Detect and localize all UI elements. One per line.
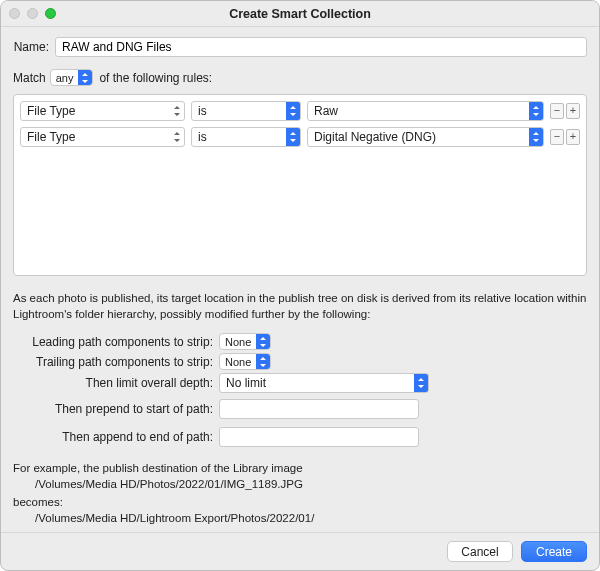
example-dest-path: /Volumes/Media HD/Lightroom Export/Photo… <box>35 512 587 524</box>
depth-limit-label: Then limit overall depth: <box>27 376 213 390</box>
rule-stepper-0: − + <box>550 103 580 119</box>
leading-strip-label: Leading path components to strip: <box>27 335 213 349</box>
prepend-input[interactable] <box>219 399 419 419</box>
dialog-content: Name: Match any of the following rules: … <box>1 27 599 532</box>
match-mode-select[interactable]: any <box>50 69 94 86</box>
add-rule-button[interactable]: + <box>566 103 580 119</box>
append-input[interactable] <box>219 427 419 447</box>
rule-attribute-value: File Type <box>21 104 170 118</box>
rule-attribute-select-1[interactable]: File Type <box>20 127 185 147</box>
rule-row: File Type is Raw <box>20 101 580 121</box>
dialog-window: Create Smart Collection Name: Match any … <box>0 0 600 571</box>
match-mode-value: any <box>51 72 79 84</box>
depth-limit-value: No limit <box>220 376 414 390</box>
updown-icon <box>286 102 300 120</box>
match-prefix: Match <box>13 71 46 85</box>
rule-value-select-0[interactable]: Raw <box>307 101 544 121</box>
remove-rule-button[interactable]: − <box>550 103 564 119</box>
add-rule-button[interactable]: + <box>566 129 580 145</box>
trailing-strip-value: None <box>220 356 256 368</box>
example-intro: For example, the publish destination of … <box>13 462 587 474</box>
leading-strip-value: None <box>220 336 256 348</box>
traffic-lights <box>9 8 56 19</box>
rule-operator-select-0[interactable]: is <box>191 101 301 121</box>
updown-icon <box>414 374 428 392</box>
trailing-strip-select[interactable]: None <box>219 353 271 370</box>
rule-attribute-select-0[interactable]: File Type <box>20 101 185 121</box>
prepend-label: Then prepend to start of path: <box>27 402 213 416</box>
window-title: Create Smart Collection <box>229 7 371 21</box>
path-options: Leading path components to strip: None T… <box>13 330 587 450</box>
titlebar: Create Smart Collection <box>1 1 599 27</box>
rule-operator-value: is <box>192 104 286 118</box>
updown-icon <box>286 128 300 146</box>
trailing-strip-label: Trailing path components to strip: <box>27 355 213 369</box>
zoom-window-icon[interactable] <box>45 8 56 19</box>
name-row: Name: <box>13 37 587 57</box>
rule-attribute-value: File Type <box>21 130 170 144</box>
create-button[interactable]: Create <box>521 541 587 562</box>
match-row: Match any of the following rules: <box>13 69 587 86</box>
remove-rule-button[interactable]: − <box>550 129 564 145</box>
updown-icon <box>170 106 184 116</box>
example-becomes: becomes: <box>13 496 587 508</box>
dialog-footer: Cancel Create <box>1 532 599 570</box>
rule-stepper-1: − + <box>550 129 580 145</box>
leading-strip-select[interactable]: None <box>219 333 271 350</box>
close-window-icon[interactable] <box>9 8 20 19</box>
rules-container: File Type is Raw <box>13 94 587 276</box>
publish-description: As each photo is published, its target l… <box>13 290 587 322</box>
updown-icon <box>256 334 270 349</box>
name-label: Name: <box>13 40 49 54</box>
updown-icon <box>170 132 184 142</box>
match-suffix: of the following rules: <box>99 71 212 85</box>
example-block: For example, the publish destination of … <box>13 462 587 524</box>
updown-icon <box>256 354 270 369</box>
updown-icon <box>529 102 543 120</box>
name-input[interactable] <box>55 37 587 57</box>
updown-icon <box>529 128 543 146</box>
rule-value-select-1[interactable]: Digital Negative (DNG) <box>307 127 544 147</box>
append-label: Then append to end of path: <box>27 430 213 444</box>
rule-row: File Type is Digital Negative (DNG) <box>20 127 580 147</box>
rule-value-value: Digital Negative (DNG) <box>308 130 529 144</box>
depth-limit-select[interactable]: No limit <box>219 373 429 393</box>
rule-operator-value: is <box>192 130 286 144</box>
rule-value-value: Raw <box>308 104 529 118</box>
rule-operator-select-1[interactable]: is <box>191 127 301 147</box>
cancel-button[interactable]: Cancel <box>447 541 513 562</box>
minimize-window-icon[interactable] <box>27 8 38 19</box>
updown-icon <box>78 70 92 85</box>
example-source-path: /Volumes/Media HD/Photos/2022/01/IMG_118… <box>35 478 587 490</box>
